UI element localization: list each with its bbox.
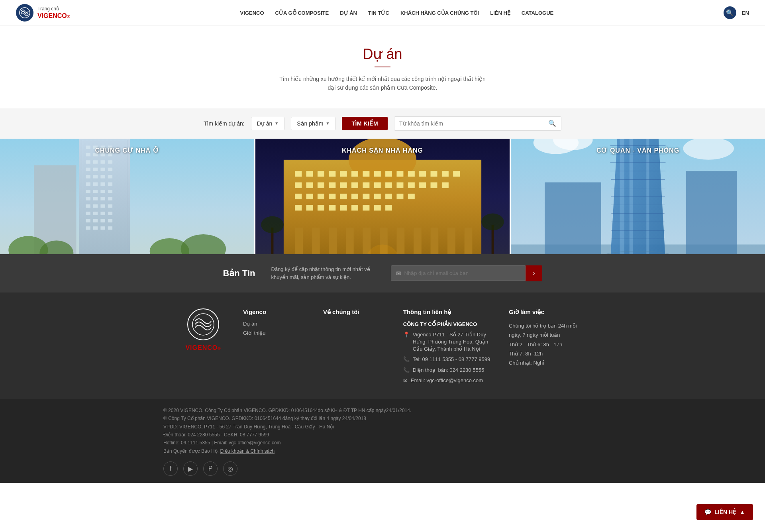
- svg-rect-81: [340, 182, 347, 188]
- svg-rect-118: [414, 228, 422, 254]
- project-card-2[interactable]: KHÁCH SẠN NHÀ HÀNG: [254, 139, 510, 254]
- newsletter-submit-button[interactable]: ›: [526, 265, 542, 281]
- svg-rect-102: [295, 205, 302, 210]
- footer-hours-col: Giờ làm việc Chúng tôi hỗ trợ bạn 24h mỗ…: [509, 308, 586, 387]
- facebook-icon[interactable]: f: [163, 461, 178, 476]
- svg-rect-89: [431, 182, 437, 188]
- svg-rect-101: [408, 194, 415, 199]
- nav-item-composite[interactable]: CỬA GỖ COMPOSITE: [275, 10, 329, 16]
- svg-rect-100: [396, 194, 403, 199]
- pinterest-icon[interactable]: P: [203, 461, 218, 476]
- svg-rect-69: [374, 171, 381, 177]
- svg-rect-95: [340, 194, 347, 199]
- footer-link-du-an[interactable]: Dự án: [243, 321, 307, 327]
- hero-section: Dự án Tìm hiểu những xu hướng thiết kế m…: [0, 26, 765, 108]
- svg-rect-31: [108, 190, 112, 193]
- svg-rect-78: [306, 182, 313, 188]
- svg-rect-108: [363, 205, 369, 210]
- nav-item-customers[interactable]: KHÁCH HÀNG CỦA CHÚNG TÔI: [400, 10, 479, 16]
- main-nav: VIGENCO CỬA GỖ COMPOSITE DỰ ÁN TIN TỨC K…: [240, 10, 554, 16]
- svg-rect-21: [93, 175, 98, 179]
- svg-rect-42: [100, 212, 105, 215]
- footer-about-title: Về chúng tôi: [323, 308, 387, 316]
- contact-address: 📍 Vigenco P711 - Số 27 Trần Duy Hưng, Ph…: [403, 331, 493, 353]
- chevron-down-icon: ▼: [326, 121, 330, 126]
- svg-rect-27: [108, 182, 112, 186]
- svg-rect-34: [100, 197, 105, 200]
- project-label-2: KHÁCH SẠN NHÀ HÀNG: [255, 147, 510, 154]
- terms-link[interactable]: Điều khoản & Chính sách: [220, 448, 275, 454]
- svg-rect-64: [318, 171, 324, 177]
- svg-rect-115: [363, 228, 371, 254]
- instagram-icon[interactable]: ◎: [223, 461, 237, 476]
- svg-rect-68: [363, 171, 369, 177]
- footer-hours-text: Chúng tôi hỗ trợ bạn 24h mỗi ngày, 7 ngà…: [509, 321, 586, 368]
- svg-rect-74: [431, 171, 437, 177]
- svg-rect-46: [100, 219, 105, 222]
- nav-item-catalogue[interactable]: CATALOGUE: [522, 10, 553, 16]
- svg-rect-48: [86, 226, 90, 230]
- nav-item-contact[interactable]: LIÊN HỆ: [490, 10, 510, 16]
- youtube-icon[interactable]: ▶: [183, 461, 198, 476]
- svg-rect-119: [431, 228, 439, 254]
- search-icon: 🔍: [548, 120, 556, 127]
- title-divider: [375, 67, 390, 67]
- project-card-3[interactable]: CƠ QUAN - VĂN PHÒNG: [510, 139, 765, 254]
- svg-rect-96: [351, 194, 358, 199]
- svg-rect-20: [86, 175, 90, 179]
- svg-rect-14: [100, 160, 105, 164]
- svg-rect-107: [351, 205, 358, 210]
- footer-vigenco-col: Vigenco Dự án Giới thiệu: [243, 308, 307, 387]
- svg-rect-82: [351, 182, 358, 188]
- svg-rect-67: [351, 171, 358, 177]
- svg-rect-71: [396, 171, 403, 177]
- project-bg-1: [0, 139, 254, 254]
- project-card-1[interactable]: CHUNG CƯ NHÀ Ở: [0, 139, 254, 254]
- search-label: Tìm kiếm dự án:: [204, 120, 245, 127]
- phone-icon-2: 📞: [403, 367, 410, 374]
- footer-copyright-protect: Bản Quyền được Bảo Hộ. Điều khoản & Chín…: [163, 448, 275, 454]
- logo[interactable]: Trang chủ VIGENCO®: [16, 4, 70, 22]
- footer-link-gioi-thieu[interactable]: Giới thiệu: [243, 330, 307, 336]
- footer-bottom: © 2020 VIGENCO. Công Ty Cổ phần VIGENCO.…: [0, 399, 765, 483]
- svg-rect-90: [442, 182, 449, 188]
- search-button[interactable]: TÌM KIẾM: [342, 117, 388, 130]
- svg-rect-62: [295, 171, 302, 177]
- svg-rect-37: [93, 204, 98, 208]
- svg-rect-79: [318, 182, 324, 188]
- search-input[interactable]: [399, 117, 548, 130]
- email-input-wrap: ✉: [391, 265, 526, 281]
- svg-rect-72: [408, 171, 415, 177]
- product-type-dropdown[interactable]: Sản phẩm ▼: [291, 117, 335, 130]
- newsletter-section: Bản Tin Đăng ký để cập nhật thông tin mớ…: [0, 254, 765, 293]
- svg-rect-103: [306, 205, 313, 210]
- svg-rect-28: [86, 190, 90, 193]
- language-button[interactable]: EN: [742, 10, 749, 16]
- nav-item-projects[interactable]: DỰ ÁN: [340, 10, 357, 16]
- email-icon: ✉: [403, 377, 408, 384]
- svg-rect-44: [86, 219, 90, 222]
- svg-rect-121: [465, 228, 473, 254]
- hero-subtitle: Tìm hiểu những xu hướng thiết kế mới nhấ…: [279, 75, 486, 92]
- svg-rect-18: [100, 167, 105, 171]
- footer-hotline: Hotline: 09.1111.5355 | Email: vgc-offic…: [163, 440, 281, 446]
- svg-rect-88: [419, 182, 426, 188]
- svg-rect-75: [442, 171, 449, 177]
- nav-item-news[interactable]: TIN TỨC: [368, 10, 389, 16]
- svg-rect-23: [108, 175, 112, 179]
- project-type-dropdown[interactable]: Dự án ▼: [251, 117, 284, 130]
- nav-actions: 🔍 EN: [724, 6, 749, 19]
- svg-rect-16: [86, 167, 90, 171]
- social-icons: f ▶ P ◎: [163, 461, 602, 476]
- svg-rect-104: [318, 205, 324, 210]
- svg-rect-70: [385, 171, 392, 177]
- svg-rect-45: [93, 219, 98, 222]
- search-button[interactable]: 🔍: [724, 6, 736, 19]
- email-input[interactable]: [404, 266, 521, 281]
- phone-icon: 📞: [403, 356, 410, 363]
- svg-rect-17: [93, 167, 98, 171]
- nav-item-vigenco[interactable]: VIGENCO: [240, 10, 264, 16]
- contact-company-name: CÔNG TY CỔ PHẦN VIGENCO: [403, 321, 493, 327]
- svg-rect-92: [306, 194, 313, 199]
- svg-rect-35: [108, 197, 112, 200]
